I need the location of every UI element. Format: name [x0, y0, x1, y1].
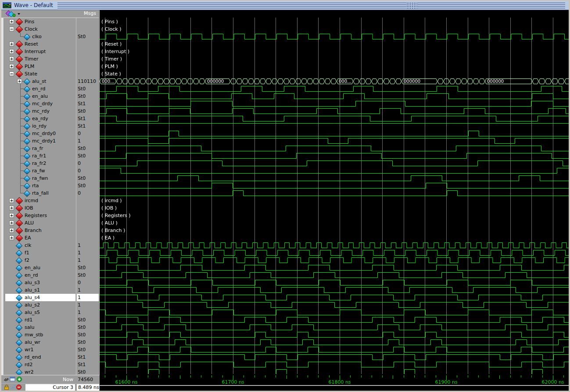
expand-icon[interactable]: + [9, 213, 14, 218]
tree-signal-row[interactable]: rtaSt0 [1, 182, 100, 189]
titlebar-grip-dots[interactable] [406, 2, 418, 9]
expand-icon[interactable]: + [9, 235, 14, 240]
tree-signal-row[interactable]: mc_drdy00 [1, 130, 100, 137]
tree-signal-row[interactable]: io_rdySt1 [1, 122, 100, 130]
tree-signal-row[interactable]: f11 [1, 249, 100, 257]
tree-group-row[interactable]: +Timer [1, 55, 100, 63]
tree-group-row[interactable]: −State [1, 70, 100, 78]
waveform-canvas[interactable] [100, 10, 569, 391]
select-mode-icon[interactable] [3, 376, 9, 382]
panel-wave-splitter-highlight [99, 10, 100, 391]
tree-group-row[interactable]: +Registers [1, 212, 100, 219]
tree-signal-row[interactable]: alu_s41 [1, 294, 100, 301]
tree-signal-row[interactable]: wr1St0 [1, 346, 100, 353]
tree-signal-row[interactable]: ea_rdySt1 [1, 115, 100, 122]
cursor-name-cell[interactable]: Cursor 3 [25, 384, 75, 391]
cursor-value-cell[interactable]: 8.489 ns [77, 384, 99, 391]
tree-signal-row[interactable]: rd_endSt1 [1, 353, 100, 361]
expand-icon[interactable]: + [9, 19, 14, 24]
signal-value: 1 [78, 138, 81, 144]
tree-group-row[interactable]: +EA [1, 234, 100, 242]
tree-signal-row[interactable]: alu_s30 [1, 279, 100, 286]
tree-signal-row[interactable]: ra_frSt0 [1, 145, 100, 152]
collapse-icon[interactable]: − [9, 71, 14, 76]
tree-signal-row[interactable]: mc_rdySt0 [1, 107, 100, 115]
tree-signal-row[interactable]: alu_s51 [1, 309, 100, 316]
titlebar-drag-stripes[interactable] [57, 3, 565, 8]
tree-signal-row[interactable]: rd1St0 [1, 316, 100, 324]
signal-name: clko [32, 34, 42, 39]
tree-signal-row[interactable]: alu_wrSt0 [1, 339, 100, 346]
tree-group-row[interactable]: +PLM [1, 63, 100, 70]
cursor-add-icon[interactable] [16, 376, 22, 382]
tree-signal-row[interactable]: ra_fr20 [1, 160, 100, 167]
expand-icon[interactable]: + [9, 42, 14, 46]
tree-signal-row[interactable]: en_rdSt0 [1, 271, 100, 279]
tree-signal-row[interactable]: +alu_st110110 [1, 78, 100, 85]
tree-signal-row[interactable]: en_aluSt0 [1, 264, 100, 271]
cursor-lock-icon[interactable] [4, 384, 10, 390]
signal-name: mc_drdy [32, 101, 53, 107]
tree-signal-row[interactable]: rta_fall0 [1, 189, 100, 197]
tree-signal-row[interactable]: clk1 [1, 242, 100, 249]
titlebar[interactable]: Wave - Default [1, 1, 569, 10]
signal-value: St0 [78, 175, 86, 181]
tree-group-row[interactable]: +ircmd [1, 197, 100, 204]
tree-group-row[interactable]: +Branch [1, 227, 100, 234]
tree-signal-row[interactable]: en_aluSt0 [1, 93, 100, 100]
signal-name: ea_rdy [32, 116, 48, 121]
tree-group-row[interactable]: +ALU [1, 219, 100, 227]
tree-group-row[interactable]: +IOB [1, 204, 100, 212]
group-diamond-icon [16, 227, 23, 235]
tree-signal-row[interactable]: f21 [1, 257, 100, 264]
tree-signal-row[interactable]: ra_fwnSt0 [1, 175, 100, 182]
collapse-icon[interactable]: − [9, 27, 14, 32]
expand-icon[interactable]: + [9, 198, 14, 203]
tree-signal-row[interactable]: mc_drdySt1 [1, 100, 100, 107]
signal-value: 0 [78, 131, 81, 136]
signal-name: ra_fr2 [32, 160, 46, 166]
tree-signal-row[interactable]: clkoSt0 [1, 33, 100, 40]
cursor-delete-icon[interactable] [16, 384, 22, 390]
tree-group-row[interactable]: +Interrupt [1, 48, 100, 55]
expand-icon[interactable]: + [9, 228, 14, 233]
tree-signal-row[interactable]: rd2St1 [1, 361, 100, 368]
group-diamond-icon [16, 18, 23, 26]
group-diamond-icon [16, 235, 23, 242]
tree-group-row[interactable]: +Pins [1, 18, 100, 25]
tree-signal-row[interactable]: saluSt0 [1, 324, 100, 331]
tree-group-row[interactable]: −Clock [1, 25, 100, 33]
expand-icon[interactable]: + [9, 221, 14, 225]
signal-name: wr2 [25, 369, 34, 375]
group-diamond-icon [16, 71, 23, 78]
tree-signal-row[interactable]: alu_s11 [1, 286, 100, 294]
expand-icon[interactable]: + [9, 206, 14, 210]
group-diamond-icon [16, 212, 23, 220]
expand-icon[interactable]: + [9, 57, 14, 61]
tree-signal-row[interactable]: ra_fw0 [1, 167, 100, 175]
signal-diamond-icon [24, 78, 31, 86]
signal-tree[interactable]: +Pins−ClockclkoSt0+Reset+Interrupt+Timer… [1, 18, 100, 375]
signal-name: io_rdy [32, 123, 47, 129]
expand-icon[interactable]: + [17, 79, 22, 84]
tree-signal-row[interactable]: wr2St0 [1, 368, 100, 375]
signal-tool-icon[interactable] [5, 10, 22, 17]
signal-diamond-icon [16, 272, 23, 279]
window-frame-top [0, 0, 570, 1]
tree-signal-row[interactable]: ra_fr1St0 [1, 152, 100, 160]
signal-value: St0 [78, 272, 86, 278]
tree-signal-row[interactable]: mc_drdy11 [1, 137, 100, 145]
expand-icon[interactable]: + [9, 64, 14, 69]
expand-icon[interactable]: + [9, 49, 14, 54]
tree-group-row[interactable]: +Reset [1, 40, 100, 48]
signal-name: alu_s4 [25, 295, 40, 300]
signal-name: Timer [25, 56, 38, 62]
tree-signal-row[interactable]: en_rdSt0 [1, 85, 100, 93]
tree-signal-row[interactable]: mw_stbSt0 [1, 331, 100, 339]
signal-panel: Msgs +Pins−ClockclkoSt0+Reset+Interrupt+… [1, 10, 100, 391]
window-pane-icon[interactable] [10, 376, 16, 382]
tree-signal-row[interactable]: alu_s21 [1, 301, 100, 309]
cursor-edit-icon[interactable] [10, 384, 16, 390]
signal-name: Registers [25, 213, 47, 218]
signal-value: St0 [78, 369, 86, 375]
